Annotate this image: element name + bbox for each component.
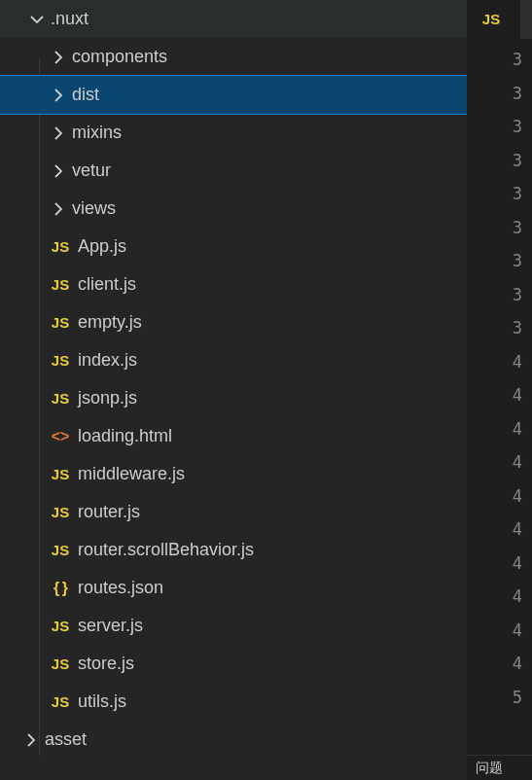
line-number: 3 xyxy=(468,77,532,111)
item-label: router.js xyxy=(78,502,140,522)
line-gutter: 33333333344444444445 xyxy=(468,39,532,714)
line-number: 3 xyxy=(468,244,532,278)
tab-bar[interactable]: JS xyxy=(468,0,532,39)
chevron-right-icon xyxy=(49,161,68,181)
file-app-js[interactable]: JSApp.js xyxy=(0,228,467,266)
problems-panel-tab[interactable]: 问题 xyxy=(468,755,532,780)
js-icon: JS xyxy=(49,501,72,524)
line-number: 4 xyxy=(468,647,532,681)
line-number: 4 xyxy=(468,378,532,412)
js-icon: JS xyxy=(49,615,72,638)
folder-mixins[interactable]: mixins xyxy=(0,114,467,152)
line-number: 4 xyxy=(468,479,532,514)
line-number: 3 xyxy=(468,177,532,211)
item-label: components xyxy=(72,47,167,67)
item-label: router.scrollBehavior.js xyxy=(78,540,254,560)
item-label: empty.js xyxy=(78,312,142,333)
file-router-js[interactable]: JSrouter.js xyxy=(0,493,467,531)
js-icon: JS xyxy=(49,539,72,562)
line-number: 3 xyxy=(468,278,532,312)
item-label: utils.js xyxy=(78,691,126,712)
line-number: 4 xyxy=(468,513,532,547)
item-label: server.js xyxy=(78,616,143,636)
editor-tab[interactable]: JS xyxy=(468,0,520,39)
item-label: mixins xyxy=(72,123,122,143)
item-label: loading.html xyxy=(78,426,172,446)
js-icon: JS xyxy=(479,8,503,31)
file-empty-js[interactable]: JSempty.js xyxy=(0,303,467,341)
js-icon: JS xyxy=(49,235,72,259)
folder-asset[interactable]: asset xyxy=(0,721,467,759)
item-label: App.js xyxy=(78,236,126,257)
line-number: 3 xyxy=(468,211,532,245)
line-number: 4 xyxy=(468,445,532,479)
file-server-js[interactable]: JSserver.js xyxy=(0,607,467,645)
line-number: 4 xyxy=(468,345,532,379)
chevron-right-icon xyxy=(49,199,68,219)
file-routes-json[interactable]: { }routes.json xyxy=(0,569,467,607)
folder-nuxt-root[interactable]: .nuxt xyxy=(0,0,467,38)
js-icon: JS xyxy=(49,387,72,410)
js-icon: JS xyxy=(49,653,72,676)
js-icon: JS xyxy=(49,273,72,297)
item-label: middleware.js xyxy=(78,464,185,484)
folder-label: asset xyxy=(45,729,87,750)
file-explorer[interactable]: .nuxt componentsdistmixinsveturviewsJSAp… xyxy=(0,0,467,780)
line-number: 3 xyxy=(468,144,532,178)
folder-views[interactable]: views xyxy=(0,190,467,228)
json-icon: { } xyxy=(49,577,72,600)
file-index-js[interactable]: JSindex.js xyxy=(0,341,467,379)
file-client-js[interactable]: JSclient.js xyxy=(0,266,467,303)
html-icon: <> xyxy=(49,425,72,448)
js-icon: JS xyxy=(49,311,72,335)
chevron-right-icon xyxy=(49,124,68,143)
line-number: 4 xyxy=(468,580,532,614)
chevron-right-icon xyxy=(49,86,68,105)
js-icon: JS xyxy=(49,349,72,372)
js-icon: JS xyxy=(49,691,72,714)
folder-components[interactable]: components xyxy=(0,38,467,76)
folder-dist[interactable]: dist xyxy=(0,76,467,114)
item-label: store.js xyxy=(78,654,134,674)
item-label: jsonp.js xyxy=(78,388,137,408)
item-label: dist xyxy=(72,85,99,105)
line-number: 3 xyxy=(468,43,532,77)
line-number: 3 xyxy=(468,110,532,144)
editor-panel: JS 33333333344444444445 问题 xyxy=(467,0,532,780)
chevron-down-icon xyxy=(27,10,47,29)
file-jsonp-js[interactable]: JSjsonp.js xyxy=(0,379,467,417)
file-loading-html[interactable]: <>loading.html xyxy=(0,417,467,455)
item-label: routes.json xyxy=(78,578,163,598)
line-number: 3 xyxy=(468,311,532,345)
file-middleware-js[interactable]: JSmiddleware.js xyxy=(0,455,467,493)
file-store-js[interactable]: JSstore.js xyxy=(0,645,467,683)
line-number: 4 xyxy=(468,412,532,446)
folder-label: .nuxt xyxy=(51,9,89,29)
folder-vetur[interactable]: vetur xyxy=(0,152,467,190)
line-number: 4 xyxy=(468,614,532,648)
file-utils-js[interactable]: JSutils.js xyxy=(0,683,467,721)
line-number: 4 xyxy=(468,547,532,581)
item-label: vetur xyxy=(72,160,111,181)
file-router-scrollbehavior-js[interactable]: JSrouter.scrollBehavior.js xyxy=(0,531,467,569)
panel-label: 问题 xyxy=(476,760,503,777)
chevron-right-icon xyxy=(21,730,41,750)
chevron-right-icon xyxy=(49,48,68,67)
js-icon: JS xyxy=(49,463,72,486)
line-number: 5 xyxy=(468,681,532,715)
item-label: index.js xyxy=(78,350,137,371)
item-label: views xyxy=(72,198,116,219)
item-label: client.js xyxy=(78,274,136,295)
